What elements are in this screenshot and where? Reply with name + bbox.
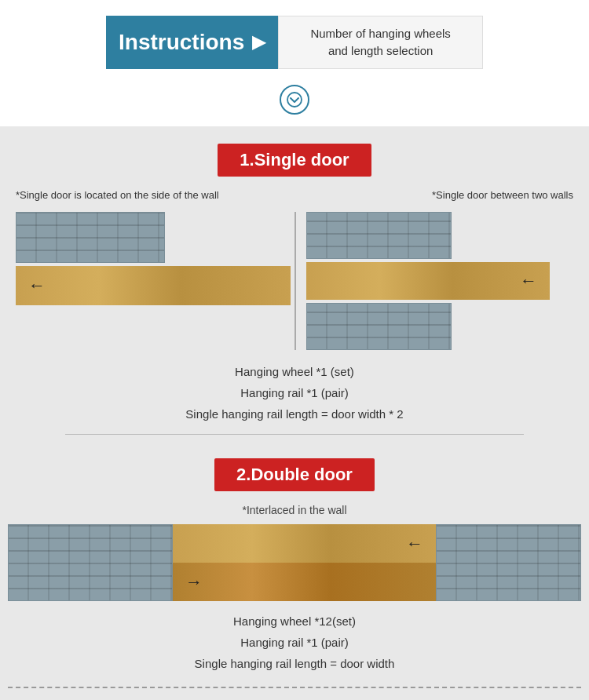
single-door-info-line1: Hanging wheel *1 (set) bbox=[8, 361, 581, 382]
double-door-info: Hanging wheel *12(set) Hanging rail *1 (… bbox=[8, 601, 581, 674]
wall-top-right bbox=[306, 212, 452, 259]
diagram-single-left: ← bbox=[8, 212, 291, 305]
arrow-double-right-icon: → bbox=[185, 572, 203, 592]
double-door-info-line1: Hanging wheel *12(set) bbox=[8, 611, 581, 632]
section-divider-line bbox=[65, 434, 524, 435]
wall-top-left bbox=[16, 212, 165, 263]
arrow-right-icon: ← bbox=[520, 271, 537, 291]
single-door-info-line3: Single hanging rail length = door width … bbox=[8, 403, 581, 425]
door-panel-double-upper: ← bbox=[173, 524, 436, 563]
subtitle-line1: Number of hanging wheels bbox=[310, 25, 450, 43]
arrow-left-icon: ← bbox=[28, 275, 46, 296]
instructions-right: Number of hanging wheels and length sele… bbox=[278, 16, 483, 69]
double-door-title-container: 2.Double door bbox=[0, 441, 589, 504]
double-door-diagram: ← → bbox=[8, 524, 581, 601]
double-door-label: *Interlaced in the wall bbox=[8, 504, 581, 516]
instructions-banner: Instructions ▶ Number of hanging wheels … bbox=[106, 16, 483, 69]
double-wall-left bbox=[8, 524, 173, 601]
section-divider bbox=[294, 212, 296, 350]
chevron-container bbox=[0, 77, 589, 126]
chevron-down-icon[interactable] bbox=[280, 85, 309, 115]
instructions-left: Instructions ▶ bbox=[106, 16, 278, 69]
instructions-label: Instructions bbox=[119, 30, 244, 55]
wall-bottom-right bbox=[306, 303, 452, 350]
single-door-label-right: *Single door between two walls bbox=[294, 189, 573, 201]
single-door-section: *Single door is located on the side of t… bbox=[0, 189, 589, 435]
arrow-double-left-icon: ← bbox=[406, 534, 423, 554]
double-door-middle: ← → bbox=[173, 524, 436, 601]
single-door-title-container: 1.Single door bbox=[0, 126, 589, 189]
double-door-title: 2.Double door bbox=[214, 458, 375, 491]
double-door-info-line2: Hanging rail *1 (pair) bbox=[8, 632, 581, 653]
double-door-info-line3: Single hanging rail length = door width bbox=[8, 653, 581, 674]
main-content: 1.Single door *Single door is located on… bbox=[0, 126, 589, 700]
header-section: Instructions ▶ Number of hanging wheels … bbox=[0, 0, 589, 77]
svg-point-0 bbox=[287, 93, 302, 107]
diagram-single-right: ← bbox=[291, 212, 581, 350]
door-panel-left: ← bbox=[16, 266, 291, 305]
double-wall-right bbox=[436, 524, 581, 601]
single-door-info-line2: Hanging rail *1 (pair) bbox=[8, 382, 581, 403]
single-door-title: 1.Single door bbox=[218, 144, 371, 177]
subtitle-line2: and length selection bbox=[328, 42, 433, 60]
door-panel-double-lower: → bbox=[173, 563, 436, 601]
door-panel-right: ← bbox=[306, 262, 550, 300]
single-door-info: Hanging wheel *1 (set) Hanging rail *1 (… bbox=[8, 350, 581, 428]
single-door-label-left: *Single door is located on the side of t… bbox=[16, 189, 294, 201]
double-door-section: *Interlaced in the wall ← → Hanging whee… bbox=[0, 504, 589, 688]
instructions-arrow-icon: ▶ bbox=[252, 32, 265, 53]
dashed-section-divider bbox=[8, 687, 581, 688]
